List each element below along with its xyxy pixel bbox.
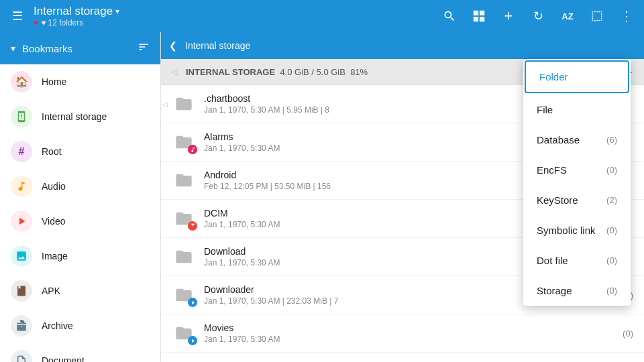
folders-count: ♥ 12 folders [41,18,83,27]
sidebar-chevron-down: ▾ [11,43,15,54]
sidebar-label-root: Root [42,146,62,157]
triangle-indicator: ◁ [162,101,168,108]
apk-icon [11,280,32,302]
file-meta-movies: Jan 1, 1970, 5:30 AM [204,335,614,344]
grid-view-icon[interactable] [470,7,488,25]
sidebar-item-audio[interactable]: Audio [0,169,160,204]
file-item-music[interactable]: Music [161,353,644,362]
main-content: ▾ Bookmarks 🏠 Home Internal storage [0,32,644,362]
dropdown-count-encfs: (0) [606,165,617,175]
dropdown-label-symbolic-link: Symbolic link [537,225,596,236]
folder-icon-downloader [172,283,196,307]
dropdown-item-file[interactable]: File [523,95,631,125]
dropdown-label-storage: Storage [537,285,572,296]
top-bar-actions: + ↻ AZ ⋮ [440,7,636,25]
sidebar: ▾ Bookmarks 🏠 Home Internal storage [0,32,161,362]
folder-icon-music [172,359,196,362]
breadcrumb-chevron[interactable]: ❮ [169,40,177,51]
sidebar-header: ▾ Bookmarks [0,32,160,64]
archive-icon [11,315,32,337]
dropdown-item-dot-file[interactable]: Dot file (0) [523,245,631,276]
dropdown-label-database: Database [537,134,580,145]
top-bar-title: Internal storage ▾ [34,5,119,18]
dropdown-item-database[interactable]: Database (6) [523,125,631,155]
breadcrumb-bar: ❮ Internal storage [161,32,644,59]
dropdown-count-database: (6) [606,135,617,145]
dropdown-item-storage[interactable]: Storage (0) [523,276,631,306]
title-dropdown-icon[interactable]: ▾ [115,7,119,16]
storage-triangle: ◁ [172,67,178,76]
top-bar: ☰ Internal storage ▾ ♥ ♥ 12 folders + ↻ [0,0,644,32]
menu-icon[interactable]: ☰ [8,7,27,25]
sidebar-item-image[interactable]: Image [0,239,160,274]
breadcrumb-label: Internal storage [185,40,250,51]
file-info-movies: Movies Jan 1, 1970, 5:30 AM [204,322,614,344]
video-icon [11,210,32,232]
file-item-movies[interactable]: Movies Jan 1, 1970, 5:30 AM (0) [161,314,644,353]
dropdown-label-file: File [537,104,553,115]
sidebar-label-internal-storage: Internal storage [42,111,107,122]
folder-icon-dcim [172,206,196,231]
dropdown-label-encfs: EncFS [537,164,567,176]
internal-storage-icon [11,106,32,127]
file-name-movies: Movies [204,322,614,333]
refresh-icon[interactable]: ↻ [529,7,547,25]
top-bar-subtitle: ♥ ♥ 12 folders [34,18,119,27]
dropdown-label-keystore: KeyStore [537,194,578,206]
add-icon[interactable]: + [499,7,518,25]
sidebar-label-apk: APK [42,286,60,296]
audio-icon [11,176,32,197]
dropdown-label-folder: Folder [539,71,568,82]
dropdown-item-encfs[interactable]: EncFS (0) [523,155,631,185]
folder-icon-chartboost: ◁ [172,92,196,116]
sidebar-label-home: Home [42,76,66,87]
sidebar-item-internal-storage[interactable]: Internal storage [0,99,160,134]
sidebar-label-document: Document [42,355,85,362]
folder-icon-android [172,168,196,192]
sidebar-item-home[interactable]: 🏠 Home [0,64,160,99]
dropdown-count-keystore: (2) [606,195,617,205]
sidebar-label-video: Video [42,216,66,227]
sidebar-label-image: Image [42,251,68,261]
sidebar-item-video[interactable]: Video [0,204,160,239]
sidebar-label-archive: Archive [42,320,73,331]
sidebar-sort-icon[interactable] [138,41,150,56]
search-icon[interactable] [440,7,459,25]
sidebar-item-document[interactable]: Document [0,343,160,362]
title-text: Internal storage [34,5,113,18]
document-icon [11,350,32,362]
image-icon [11,245,32,267]
folder-icon-download [172,245,196,269]
select-all-icon[interactable] [588,7,606,25]
sidebar-item-apk[interactable]: APK [0,274,160,308]
folder-icon-movies [172,321,196,345]
sort-az-icon[interactable]: AZ [558,7,577,25]
sidebar-title: Bookmarks [22,43,72,54]
dropdown-count-symbolic-link: (0) [606,225,617,235]
dropdown-item-folder[interactable]: Folder [525,60,629,93]
more-options-icon[interactable]: ⋮ [617,7,636,25]
dropdown-item-keystore[interactable]: KeyStore (2) [523,185,631,215]
dropdown-menu: Folder File Database (6) EncFS (0) KeySt… [523,59,631,306]
root-icon: # [11,141,32,162]
dropdown-count-storage: (0) [606,286,617,296]
sidebar-item-root[interactable]: # Root [0,134,160,169]
sidebar-label-audio: Audio [42,181,66,192]
home-icon: 🏠 [11,71,32,93]
heart-icon: ♥ [34,18,38,27]
sidebar-item-archive[interactable]: Archive [0,308,160,343]
dropdown-count-dot-file: (0) [606,255,617,265]
file-count-movies: (0) [623,328,633,339]
file-panel: ❮ Internal storage ◁ INTERNAL STORAGE 4.… [161,32,644,362]
dropdown-item-symbolic-link[interactable]: Symbolic link (0) [523,215,631,245]
folder-icon-alarms [172,130,196,154]
dropdown-label-dot-file: Dot file [537,255,568,266]
